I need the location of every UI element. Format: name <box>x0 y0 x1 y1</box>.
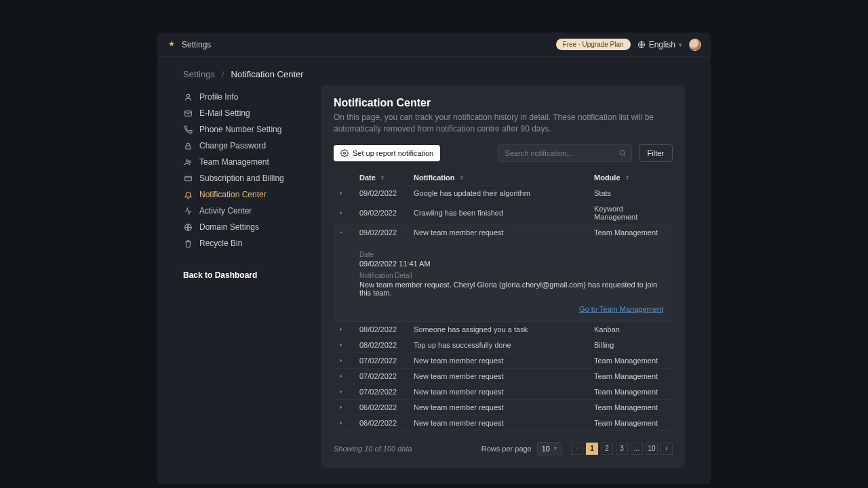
row-date: 06/02/2022 <box>359 403 408 411</box>
row-message: New team member request <box>414 372 589 380</box>
row-date: 09/02/2022 <box>359 228 408 237</box>
col-module[interactable]: Module <box>594 174 669 182</box>
page-3[interactable]: 3 <box>616 443 628 455</box>
row-expander[interactable] <box>338 342 354 348</box>
row-expander[interactable] <box>338 420 354 426</box>
breadcrumb-separator: / <box>222 69 224 79</box>
sidebar-item-subscription-and-billing[interactable]: Subscription and Billing <box>183 170 302 186</box>
detail-body-value: New team member request. Cheryl Gloria (… <box>359 281 663 297</box>
setup-report-button[interactable]: Set up report notification <box>334 145 440 161</box>
chevron-down-icon: ▾ <box>554 445 557 451</box>
sidebar-item-team-management[interactable]: Team Management <box>183 154 302 170</box>
back-to-dashboard-link[interactable]: Back to Dashboard <box>183 270 302 280</box>
svg-rect-6 <box>184 176 191 181</box>
row-expander[interactable] <box>338 229 354 236</box>
col-date[interactable]: Date <box>359 174 408 182</box>
rows-per-page-label: Rows per page <box>481 445 532 453</box>
trash-icon <box>183 239 193 248</box>
row-module: Kanban <box>594 325 669 333</box>
language-label: English <box>649 40 675 49</box>
brand-label: Settings <box>182 40 211 49</box>
row-module: Team Management <box>594 357 669 365</box>
breadcrumb-parent[interactable]: Settings <box>183 69 215 79</box>
sort-icon <box>624 174 631 181</box>
row-expander[interactable] <box>338 209 354 216</box>
brand: Settings <box>167 40 211 49</box>
page-10[interactable]: 10 <box>646 443 658 455</box>
search-icon <box>618 149 627 157</box>
user-icon <box>183 92 193 102</box>
page-title: Notification Center <box>334 97 673 109</box>
sidebar-item-recycle-bin[interactable]: Recycle Bin <box>183 235 302 251</box>
sidebar-item-e-mail-setting[interactable]: E-Mail Setting <box>183 105 302 121</box>
bell-icon <box>183 190 193 199</box>
row-detail: Date09/02/2022 11:41 AMNotification Deta… <box>334 240 673 322</box>
sidebar-item-label: Notification Center <box>199 190 267 199</box>
svg-point-5 <box>189 161 191 163</box>
page-prev[interactable]: ‹ <box>571 443 583 455</box>
sidebar-item-label: Activity Center <box>199 206 252 216</box>
row-module: Team Management <box>594 388 669 396</box>
sort-icon <box>458 174 465 181</box>
showing-text: Showing 10 of 100 data <box>334 445 412 453</box>
table-row: 08/02/2022Top up has successfully doneBi… <box>334 338 673 353</box>
row-expander[interactable] <box>338 190 354 197</box>
svg-rect-3 <box>185 145 191 148</box>
sidebar-item-label: Team Management <box>199 157 269 167</box>
language-selector[interactable]: English ▾ <box>637 40 682 49</box>
page-subtitle: On this page, you can track your notific… <box>334 112 659 135</box>
sort-icon <box>379 174 386 181</box>
globe-icon <box>183 222 193 232</box>
row-module: Team Management <box>594 372 669 380</box>
go-to-team-management-link[interactable]: Go to Team Management <box>359 305 663 313</box>
sidebar-item-profile-info[interactable]: Profile Info <box>183 89 302 105</box>
row-expander[interactable] <box>338 404 354 411</box>
row-message: New team member request <box>414 388 589 396</box>
row-date: 08/02/2022 <box>359 325 408 333</box>
row-expander[interactable] <box>338 326 354 333</box>
chevron-down-icon: ▾ <box>679 41 682 48</box>
globe-icon <box>637 41 646 49</box>
row-message: Crawling has been finished <box>414 209 589 217</box>
detail-date-label: Date <box>359 251 663 258</box>
sidebar-item-change-password[interactable]: Change Password <box>183 138 302 154</box>
team-icon <box>183 157 193 167</box>
sidebar-item-label: Phone Number Setting <box>199 125 281 134</box>
breadcrumb-current: Notification Center <box>231 69 304 79</box>
table-row: 07/02/2022New team member requestTeam Ma… <box>334 384 673 400</box>
mail-icon <box>183 108 193 118</box>
table-row: 07/02/2022New team member requestTeam Ma… <box>334 369 673 384</box>
row-message: New team member request <box>414 419 589 427</box>
filter-button[interactable]: Filter <box>639 144 673 162</box>
row-expander[interactable] <box>338 357 354 364</box>
avatar[interactable] <box>689 39 701 51</box>
table-row: 08/02/2022Someone has assigned you a tas… <box>334 322 673 338</box>
sidebar-item-activity-center[interactable]: Activity Center <box>183 203 302 219</box>
row-expander[interactable] <box>338 388 354 395</box>
sidebar-item-phone-number-setting[interactable]: Phone Number Setting <box>183 121 302 138</box>
search-input[interactable] <box>498 144 632 162</box>
pagination: ‹ 123...10 › <box>571 443 673 455</box>
row-module: Keyword Management <box>594 205 669 221</box>
row-expander[interactable] <box>338 373 354 380</box>
table-row: 09/02/2022Crawling has been finishedKeyw… <box>334 201 673 225</box>
detail-body-label: Notification Detail <box>359 272 663 279</box>
svg-point-4 <box>186 159 188 161</box>
row-message: Top up has successfully done <box>414 341 589 349</box>
svg-point-9 <box>620 150 625 155</box>
page-2[interactable]: 2 <box>601 443 613 455</box>
table-row: 09/02/2022New team member requestTeam Ma… <box>334 225 673 240</box>
sidebar-item-notification-center[interactable]: Notification Center <box>183 186 302 203</box>
row-message: New team member request <box>414 357 589 365</box>
page-next[interactable]: › <box>660 443 673 455</box>
page-1[interactable]: 1 <box>586 443 598 455</box>
rows-per-page-select[interactable]: 10 ▾ <box>537 442 561 455</box>
svg-point-8 <box>344 152 346 154</box>
upgrade-plan-pill[interactable]: Free · Upgrade Plan <box>556 39 631 50</box>
col-notification[interactable]: Notification <box>414 174 589 182</box>
page-ellipsis: ... <box>631 443 643 455</box>
phone-icon <box>183 125 193 134</box>
setup-report-label: Set up report notification <box>353 149 433 157</box>
row-module: Team Management <box>594 403 669 411</box>
sidebar-item-domain-settings[interactable]: Domain Settings <box>183 219 302 235</box>
